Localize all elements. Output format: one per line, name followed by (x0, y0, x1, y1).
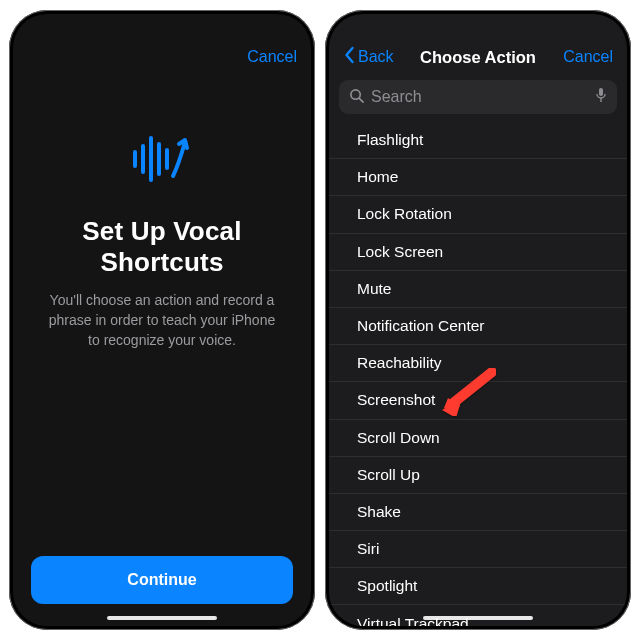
screen-right: Back Choose Action Cancel Search Flashli… (329, 14, 627, 626)
status-bar (329, 14, 627, 38)
phone-left: Cancel (9, 10, 315, 630)
action-row[interactable]: Spotlight (329, 568, 627, 605)
screen-left: Cancel (13, 14, 311, 626)
cancel-button[interactable]: Cancel (247, 48, 297, 66)
action-label: Flashlight (357, 131, 423, 149)
svg-line-6 (359, 98, 363, 102)
action-label: Scroll Up (357, 466, 420, 484)
back-button[interactable]: Back (343, 46, 394, 68)
dictate-icon[interactable] (595, 87, 607, 108)
phone-right: Back Choose Action Cancel Search Flashli… (325, 10, 631, 630)
action-label: Shake (357, 503, 401, 521)
search-icon (349, 88, 364, 107)
continue-button[interactable]: Continue (31, 556, 293, 604)
action-label: Spotlight (357, 577, 417, 595)
nav-bar: Back Choose Action Cancel (329, 38, 627, 76)
action-row[interactable]: Scroll Down (329, 420, 627, 457)
action-label: Siri (357, 540, 379, 558)
action-label: Mute (357, 280, 391, 298)
action-label: Notification Center (357, 317, 485, 335)
home-indicator (423, 616, 533, 620)
action-label: Scroll Down (357, 429, 440, 447)
action-row[interactable]: Notification Center (329, 308, 627, 345)
action-label: Home (357, 168, 398, 186)
action-label: Screenshot (357, 391, 435, 409)
page-subtitle: You'll choose an action and record a phr… (39, 291, 285, 350)
cancel-button[interactable]: Cancel (563, 48, 613, 66)
action-row[interactable]: Home (329, 159, 627, 196)
status-bar (13, 14, 311, 38)
action-label: Lock Screen (357, 243, 443, 261)
search-input[interactable]: Search (339, 80, 617, 114)
action-row[interactable]: Flashlight (329, 122, 627, 159)
search-placeholder: Search (371, 88, 588, 106)
action-row[interactable]: Scroll Up (329, 457, 627, 494)
action-label: Reachability (357, 354, 441, 372)
action-row[interactable]: Shake (329, 494, 627, 531)
action-row[interactable]: Reachability (329, 345, 627, 382)
page-title: Set Up Vocal Shortcuts (39, 216, 285, 277)
action-label: Lock Rotation (357, 205, 452, 223)
chevron-left-icon (343, 46, 356, 68)
action-row[interactable]: Siri (329, 531, 627, 568)
action-row[interactable]: Mute (329, 271, 627, 308)
nav-bar: Cancel (13, 38, 311, 76)
action-row[interactable]: Lock Screen (329, 234, 627, 271)
action-row[interactable]: Screenshot (329, 382, 627, 419)
action-row[interactable]: Lock Rotation (329, 196, 627, 233)
svg-rect-7 (599, 88, 603, 96)
back-label: Back (358, 48, 394, 66)
vocal-shortcuts-icon (129, 132, 195, 190)
home-indicator (107, 616, 217, 620)
action-list: FlashlightHomeLock RotationLock ScreenMu… (329, 122, 627, 626)
